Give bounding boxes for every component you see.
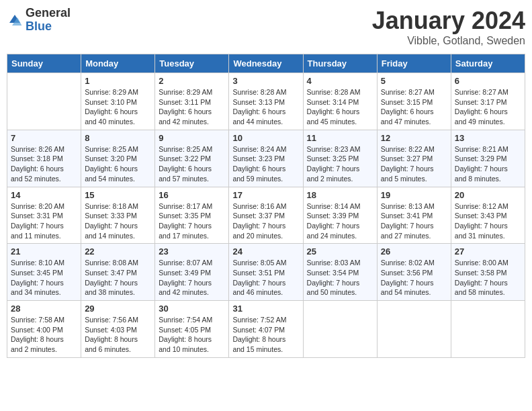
- calendar-cell: 9Sunrise: 8:25 AMSunset: 3:22 PMDaylight…: [155, 130, 229, 187]
- calendar-cell: 18Sunrise: 8:14 AMSunset: 3:39 PMDayligh…: [303, 187, 377, 244]
- day-number: 8: [85, 133, 151, 143]
- calendar-header-wednesday: Wednesday: [229, 54, 303, 73]
- month-title: January 2024: [372, 7, 525, 35]
- day-number: 10: [232, 133, 299, 143]
- calendar-header-saturday: Saturday: [451, 54, 525, 73]
- calendar-week-4: 21Sunrise: 8:10 AMSunset: 3:45 PMDayligh…: [7, 244, 525, 301]
- day-info: Sunrise: 8:12 AMSunset: 3:43 PMDaylight:…: [455, 201, 521, 241]
- calendar-cell: 20Sunrise: 8:12 AMSunset: 3:43 PMDayligh…: [451, 187, 525, 244]
- calendar-cell: 31Sunrise: 7:52 AMSunset: 4:07 PMDayligh…: [229, 301, 303, 358]
- day-number: 17: [232, 190, 299, 200]
- day-info: Sunrise: 8:00 AMSunset: 3:58 PMDaylight:…: [455, 258, 521, 298]
- day-info: Sunrise: 8:23 AMSunset: 3:25 PMDaylight:…: [307, 144, 373, 184]
- calendar-cell: 19Sunrise: 8:13 AMSunset: 3:41 PMDayligh…: [377, 187, 451, 244]
- logo-text: General Blue: [26, 7, 71, 34]
- calendar-cell: 3Sunrise: 8:28 AMSunset: 3:13 PMDaylight…: [229, 73, 303, 130]
- calendar-cell: 27Sunrise: 8:00 AMSunset: 3:58 PMDayligh…: [451, 244, 525, 301]
- day-info: Sunrise: 7:52 AMSunset: 4:07 PMDaylight:…: [232, 315, 299, 355]
- calendar-cell: 4Sunrise: 8:28 AMSunset: 3:14 PMDaylight…: [303, 73, 377, 130]
- calendar-cell: 25Sunrise: 8:03 AMSunset: 3:54 PMDayligh…: [303, 244, 377, 301]
- day-info: Sunrise: 8:17 AMSunset: 3:35 PMDaylight:…: [159, 201, 225, 241]
- day-info: Sunrise: 8:29 AMSunset: 3:11 PMDaylight:…: [159, 87, 225, 127]
- calendar-week-5: 28Sunrise: 7:58 AMSunset: 4:00 PMDayligh…: [7, 301, 525, 358]
- day-number: 7: [11, 133, 77, 143]
- calendar-cell: [451, 301, 525, 358]
- calendar-cell: 5Sunrise: 8:27 AMSunset: 3:15 PMDaylight…: [377, 73, 451, 130]
- calendar-cell: 30Sunrise: 7:54 AMSunset: 4:05 PMDayligh…: [155, 301, 229, 358]
- calendar-cell: 15Sunrise: 8:18 AMSunset: 3:33 PMDayligh…: [81, 187, 155, 244]
- day-info: Sunrise: 7:56 AMSunset: 4:03 PMDaylight:…: [85, 315, 151, 355]
- day-number: 26: [381, 246, 447, 257]
- day-number: 29: [85, 304, 151, 314]
- day-info: Sunrise: 7:54 AMSunset: 4:05 PMDaylight:…: [159, 315, 225, 355]
- calendar-cell: 12Sunrise: 8:22 AMSunset: 3:27 PMDayligh…: [377, 130, 451, 187]
- day-number: 12: [381, 133, 447, 143]
- day-info: Sunrise: 8:24 AMSunset: 3:23 PMDaylight:…: [232, 144, 299, 184]
- calendar-cell: 16Sunrise: 8:17 AMSunset: 3:35 PMDayligh…: [155, 187, 229, 244]
- day-info: Sunrise: 8:20 AMSunset: 3:31 PMDaylight:…: [11, 201, 77, 241]
- calendar-cell: 6Sunrise: 8:27 AMSunset: 3:17 PMDaylight…: [451, 73, 525, 130]
- day-info: Sunrise: 8:13 AMSunset: 3:41 PMDaylight:…: [381, 201, 447, 241]
- calendar-cell: 17Sunrise: 8:16 AMSunset: 3:37 PMDayligh…: [229, 187, 303, 244]
- calendar-week-2: 7Sunrise: 8:26 AMSunset: 3:18 PMDaylight…: [7, 130, 525, 187]
- title-block: January 2024 Vibble, Gotland, Sweden: [372, 7, 525, 47]
- day-number: 27: [455, 246, 521, 257]
- day-info: Sunrise: 8:25 AMSunset: 3:22 PMDaylight:…: [159, 144, 225, 184]
- logo-icon: [7, 12, 23, 28]
- calendar-cell: 11Sunrise: 8:23 AMSunset: 3:25 PMDayligh…: [303, 130, 377, 187]
- day-info: Sunrise: 8:27 AMSunset: 3:15 PMDaylight:…: [381, 87, 447, 127]
- day-number: 11: [307, 133, 373, 143]
- day-info: Sunrise: 8:03 AMSunset: 3:54 PMDaylight:…: [307, 258, 373, 298]
- day-number: 5: [381, 76, 447, 86]
- calendar-cell: [7, 73, 81, 130]
- day-number: 9: [159, 133, 225, 143]
- day-info: Sunrise: 7:58 AMSunset: 4:00 PMDaylight:…: [11, 315, 77, 355]
- day-number: 28: [11, 304, 77, 314]
- day-info: Sunrise: 8:22 AMSunset: 3:27 PMDaylight:…: [381, 144, 447, 184]
- calendar-table: SundayMondayTuesdayWednesdayThursdayFrid…: [7, 54, 525, 358]
- day-number: 22: [85, 246, 151, 257]
- calendar-cell: 24Sunrise: 8:05 AMSunset: 3:51 PMDayligh…: [229, 244, 303, 301]
- day-info: Sunrise: 8:25 AMSunset: 3:20 PMDaylight:…: [85, 144, 151, 184]
- calendar-cell: 8Sunrise: 8:25 AMSunset: 3:20 PMDaylight…: [81, 130, 155, 187]
- day-number: 14: [11, 190, 77, 200]
- calendar-header-friday: Friday: [377, 54, 451, 73]
- day-number: 21: [11, 246, 77, 257]
- calendar-cell: 28Sunrise: 7:58 AMSunset: 4:00 PMDayligh…: [7, 301, 81, 358]
- day-number: 30: [159, 304, 225, 314]
- logo-blue-text: Blue: [26, 20, 71, 34]
- day-info: Sunrise: 8:21 AMSunset: 3:29 PMDaylight:…: [455, 144, 521, 184]
- calendar-cell: 26Sunrise: 8:02 AMSunset: 3:56 PMDayligh…: [377, 244, 451, 301]
- day-info: Sunrise: 8:07 AMSunset: 3:49 PMDaylight:…: [159, 258, 225, 298]
- location-subtitle: Vibble, Gotland, Sweden: [372, 35, 525, 47]
- calendar-header-thursday: Thursday: [303, 54, 377, 73]
- calendar-header-monday: Monday: [81, 54, 155, 73]
- calendar-header-sunday: Sunday: [7, 54, 81, 73]
- day-number: 19: [381, 190, 447, 200]
- day-number: 20: [455, 190, 521, 200]
- day-info: Sunrise: 8:27 AMSunset: 3:17 PMDaylight:…: [455, 87, 521, 127]
- calendar-cell: 2Sunrise: 8:29 AMSunset: 3:11 PMDaylight…: [155, 73, 229, 130]
- day-number: 18: [307, 190, 373, 200]
- calendar-header-tuesday: Tuesday: [155, 54, 229, 73]
- day-number: 23: [159, 246, 225, 257]
- day-number: 2: [159, 76, 225, 86]
- calendar-header-row: SundayMondayTuesdayWednesdayThursdayFrid…: [7, 54, 525, 73]
- day-info: Sunrise: 8:05 AMSunset: 3:51 PMDaylight:…: [232, 258, 299, 298]
- logo-general-text: General: [26, 7, 71, 20]
- day-info: Sunrise: 8:18 AMSunset: 3:33 PMDaylight:…: [85, 201, 151, 241]
- day-info: Sunrise: 8:08 AMSunset: 3:47 PMDaylight:…: [85, 258, 151, 298]
- day-number: 6: [455, 76, 521, 86]
- calendar-cell: 7Sunrise: 8:26 AMSunset: 3:18 PMDaylight…: [7, 130, 81, 187]
- calendar-cell: [303, 301, 377, 358]
- day-number: 31: [232, 304, 299, 314]
- page-header: General Blue January 2024 Vibble, Gotlan…: [7, 7, 525, 47]
- day-info: Sunrise: 8:29 AMSunset: 3:10 PMDaylight:…: [85, 87, 151, 127]
- day-number: 16: [159, 190, 225, 200]
- day-info: Sunrise: 8:02 AMSunset: 3:56 PMDaylight:…: [381, 258, 447, 298]
- calendar-week-1: 1Sunrise: 8:29 AMSunset: 3:10 PMDaylight…: [7, 73, 525, 130]
- calendar-cell: 29Sunrise: 7:56 AMSunset: 4:03 PMDayligh…: [81, 301, 155, 358]
- calendar-cell: 1Sunrise: 8:29 AMSunset: 3:10 PMDaylight…: [81, 73, 155, 130]
- calendar-cell: 22Sunrise: 8:08 AMSunset: 3:47 PMDayligh…: [81, 244, 155, 301]
- calendar-cell: 10Sunrise: 8:24 AMSunset: 3:23 PMDayligh…: [229, 130, 303, 187]
